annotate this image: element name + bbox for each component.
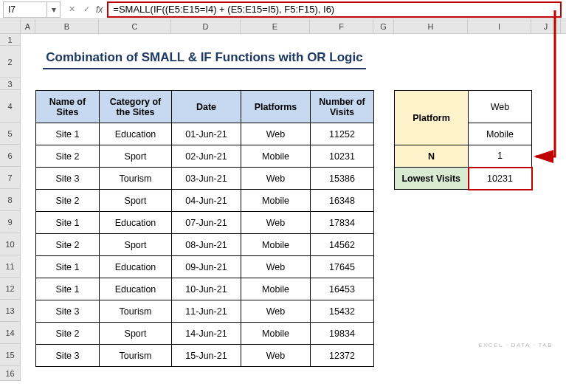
td-name[interactable]: Site 1	[36, 256, 100, 278]
td-category[interactable]: Education	[100, 278, 172, 300]
row-header-4[interactable]: 4	[0, 90, 21, 123]
td-visits[interactable]: 10231	[311, 145, 374, 168]
td-platform[interactable]: Web	[241, 168, 311, 190]
td-date[interactable]: 10-Jun-21	[172, 278, 241, 300]
td-category[interactable]: Education	[100, 212, 172, 234]
td-visits[interactable]: 12372	[311, 345, 374, 367]
td-platform[interactable]: Web	[241, 256, 311, 278]
row-header-1[interactable]: 1	[0, 34, 21, 46]
td-category[interactable]: Sport	[100, 323, 172, 345]
td-date[interactable]: 04-Jun-21	[172, 190, 241, 212]
td-date[interactable]: 09-Jun-21	[172, 256, 241, 278]
td-name[interactable]: Site 2	[36, 145, 100, 168]
td-category[interactable]: Sport	[100, 145, 172, 168]
col-header-d[interactable]: D	[171, 19, 241, 33]
row-header-16[interactable]: 16	[0, 366, 21, 381]
row-header-14[interactable]: 14	[0, 322, 21, 344]
side-lowest-label[interactable]: Lowest Visits	[395, 168, 469, 190]
row-header-2[interactable]: 2	[0, 46, 21, 78]
row-header-7[interactable]: 7	[0, 167, 21, 189]
td-name[interactable]: Site 3	[36, 300, 100, 323]
td-name[interactable]: Site 2	[36, 190, 100, 212]
col-header-g[interactable]: G	[373, 19, 394, 33]
col-header-b[interactable]: B	[35, 19, 99, 33]
table-row: Site 2Sport14-Jun-21Mobile19834	[36, 323, 374, 345]
row-header-9[interactable]: 9	[0, 211, 21, 233]
grid: 1 2 3 4 5 6 7 8 9 10 11 12 13 14 15 16 C…	[0, 34, 566, 381]
td-name[interactable]: Site 2	[36, 234, 100, 256]
row-header-12[interactable]: 12	[0, 278, 21, 300]
td-name[interactable]: Site 1	[36, 212, 100, 234]
td-name[interactable]: Site 3	[36, 168, 100, 190]
row-header-8[interactable]: 8	[0, 189, 21, 211]
td-visits[interactable]: 17645	[311, 256, 374, 278]
row-header-11[interactable]: 11	[0, 255, 21, 278]
td-name[interactable]: Site 1	[36, 278, 100, 300]
td-date[interactable]: 01-Jun-21	[172, 123, 241, 145]
td-date[interactable]: 08-Jun-21	[172, 234, 241, 256]
td-category[interactable]: Tourism	[100, 345, 172, 367]
td-visits[interactable]: 16348	[311, 190, 374, 212]
name-box-dropdown[interactable]: ▾	[47, 1, 61, 18]
row-header-5[interactable]: 5	[0, 123, 21, 145]
td-visits[interactable]: 17834	[311, 212, 374, 234]
td-visits[interactable]: 16453	[311, 278, 374, 300]
formula-bar[interactable]: =SMALL(IF((E5:E15=I4) + (E5:E15=I5), F5:…	[107, 1, 562, 18]
col-header-a[interactable]: A	[21, 19, 35, 33]
td-platform[interactable]: Mobile	[241, 234, 311, 256]
side-lowest-val[interactable]: 10231	[469, 168, 532, 190]
td-platform[interactable]: Mobile	[241, 323, 311, 345]
side-platform-val2[interactable]: Mobile	[469, 123, 532, 145]
col-header-h[interactable]: H	[394, 19, 468, 33]
td-category[interactable]: Tourism	[100, 300, 172, 323]
td-date[interactable]: 03-Jun-21	[172, 168, 241, 190]
cancel-icon[interactable]: ✕	[65, 3, 78, 16]
col-header-c[interactable]: C	[99, 19, 171, 33]
td-date[interactable]: 07-Jun-21	[172, 212, 241, 234]
td-visits[interactable]: 19834	[311, 323, 374, 345]
side-n-val[interactable]: 1	[469, 145, 532, 168]
col-header-f[interactable]: F	[310, 19, 373, 33]
td-date[interactable]: 02-Jun-21	[172, 145, 241, 168]
td-platform[interactable]: Web	[241, 300, 311, 323]
watermark: EXCEL · DATA · TAB	[478, 342, 553, 348]
row-header-10[interactable]: 10	[0, 233, 21, 255]
fx-icon[interactable]: fx	[96, 4, 103, 15]
td-name[interactable]: Site 3	[36, 345, 100, 367]
td-visits[interactable]: 11252	[311, 123, 374, 145]
name-box[interactable]: I7	[3, 1, 47, 18]
row-header-15[interactable]: 15	[0, 344, 21, 366]
col-header-j[interactable]: J	[531, 19, 561, 33]
table-row: Site 2Sport04-Jun-21Mobile16348	[36, 190, 374, 212]
td-platform[interactable]: Web	[241, 345, 311, 367]
select-all-corner[interactable]	[0, 19, 21, 33]
td-date[interactable]: 11-Jun-21	[172, 300, 241, 323]
td-name[interactable]: Site 2	[36, 323, 100, 345]
td-category[interactable]: Education	[100, 256, 172, 278]
td-visits[interactable]: 15432	[311, 300, 374, 323]
td-date[interactable]: 15-Jun-21	[172, 345, 241, 367]
col-header-i[interactable]: I	[468, 19, 531, 33]
td-platform[interactable]: Mobile	[241, 145, 311, 168]
td-category[interactable]: Sport	[100, 190, 172, 212]
td-platform[interactable]: Mobile	[241, 278, 311, 300]
side-platform-label[interactable]: Platform	[395, 91, 469, 145]
td-visits[interactable]: 15386	[311, 168, 374, 190]
td-category[interactable]: Tourism	[100, 168, 172, 190]
td-name[interactable]: Site 1	[36, 123, 100, 145]
td-platform[interactable]: Web	[241, 212, 311, 234]
td-category[interactable]: Education	[100, 123, 172, 145]
td-platform[interactable]: Mobile	[241, 190, 311, 212]
accept-icon[interactable]: ✓	[80, 3, 93, 16]
side-n-label[interactable]: N	[395, 145, 469, 168]
cells-area[interactable]: Combination of SMALL & IF Functions with…	[21, 34, 566, 381]
td-platform[interactable]: Web	[241, 123, 311, 145]
row-header-6[interactable]: 6	[0, 145, 21, 167]
row-header-13[interactable]: 13	[0, 300, 21, 322]
td-visits[interactable]: 14562	[311, 234, 374, 256]
row-header-3[interactable]: 3	[0, 78, 21, 90]
td-category[interactable]: Sport	[100, 234, 172, 256]
col-header-e[interactable]: E	[241, 19, 310, 33]
td-date[interactable]: 14-Jun-21	[172, 323, 241, 345]
side-platform-val1[interactable]: Web	[469, 91, 532, 123]
